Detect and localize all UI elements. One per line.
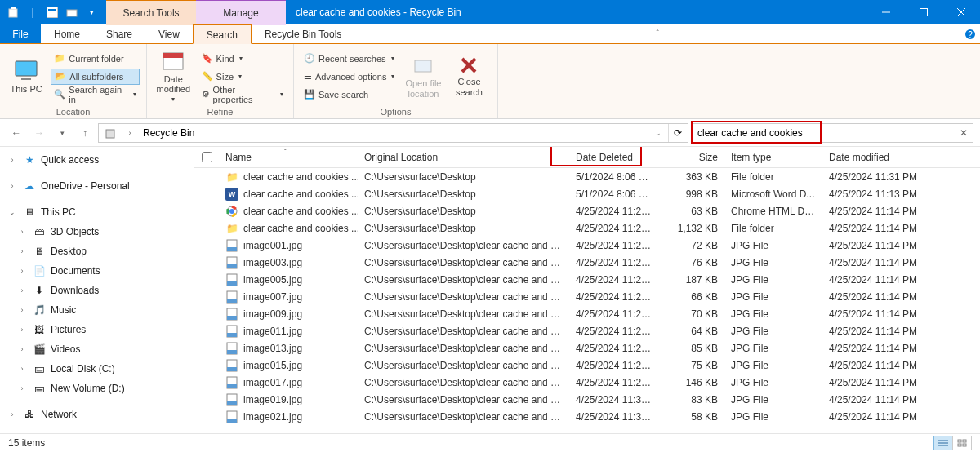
back-button[interactable]: ← <box>7 123 26 143</box>
clear-search-icon[interactable]: ✕ <box>955 127 973 139</box>
kind-button[interactable]: 🔖Kind▾ <box>198 51 287 67</box>
minimize-button[interactable] <box>867 0 905 24</box>
file-name: image007.jpg <box>243 291 302 303</box>
breadcrumb-chevron-icon[interactable]: › <box>123 129 136 137</box>
file-tab[interactable]: File <box>0 24 41 43</box>
contextual-tab-search-tools[interactable]: Search Tools <box>106 0 196 25</box>
date-modified-button[interactable]: Date modified ▾ <box>154 47 194 105</box>
refresh-button[interactable]: ⟳ <box>668 124 686 142</box>
tab-view[interactable]: View <box>145 24 193 43</box>
select-all-checkbox[interactable] <box>202 152 212 162</box>
properties-icon[interactable] <box>43 3 61 21</box>
group-label-location: Location <box>7 105 140 117</box>
breadcrumb-recycle-bin[interactable]: Recycle Bin <box>140 127 198 139</box>
this-pc-button[interactable]: This PC <box>7 47 46 105</box>
cell-original-location: C:\Users\surface\Desktop\clear cache and… <box>358 411 569 423</box>
svg-point-20 <box>229 209 234 214</box>
recycle-bin-breadcrumb-icon[interactable] <box>100 126 120 140</box>
open-file-location-button[interactable]: Open file location <box>403 47 443 105</box>
column-date-modified[interactable]: Date modified <box>822 152 937 163</box>
up-button[interactable]: ↑ <box>75 123 95 143</box>
folder-icon: ⬇ <box>33 285 46 296</box>
table-row[interactable]: image005.jpg C:\Users\surface\Desktop\cl… <box>194 271 980 288</box>
close-button[interactable] <box>942 0 980 24</box>
tab-recycle-bin-tools[interactable]: Recycle Bin Tools <box>252 24 355 43</box>
nav-onedrive[interactable]: ›☁OneDrive - Personal <box>0 176 194 196</box>
current-folder-button[interactable]: 📁Current folder <box>51 51 140 67</box>
save-search-button[interactable]: 💾Save search <box>301 86 398 103</box>
kind-icon: 🔖 <box>202 53 213 64</box>
table-row[interactable]: image007.jpg C:\Users\surface\Desktop\cl… <box>194 288 980 305</box>
column-size[interactable]: Size <box>659 152 724 163</box>
column-headers: ˆ Name Original Location Date Deleted Si… <box>194 147 980 168</box>
column-date-deleted[interactable]: Date Deleted <box>569 152 659 163</box>
nav-item-new-volume-d-[interactable]: ›🖴New Volume (D:) <box>0 379 194 398</box>
view-details-button[interactable] <box>933 436 953 450</box>
address-dropdown-icon[interactable]: ⌄ <box>652 129 665 137</box>
table-row[interactable]: image001.jpg C:\Users\surface\Desktop\cl… <box>194 237 980 254</box>
nav-item-music[interactable]: ›🎵Music <box>0 300 194 320</box>
table-row[interactable]: image015.jpg C:\Users\surface\Desktop\cl… <box>194 357 980 374</box>
maximize-button[interactable] <box>905 0 942 24</box>
nav-item-local-disk-c-[interactable]: ›🖴Local Disk (C:) <box>0 359 194 379</box>
contextual-tab-manage[interactable]: Manage <box>196 0 286 25</box>
nav-item-videos[interactable]: ›🎬Videos <box>0 339 194 359</box>
new-folder-icon[interactable] <box>63 3 81 21</box>
table-row[interactable]: image003.jpg C:\Users\surface\Desktop\cl… <box>194 254 980 271</box>
nav-item-desktop[interactable]: ›🖥Desktop <box>0 242 194 261</box>
nav-item-downloads[interactable]: ›⬇Downloads <box>0 281 194 300</box>
nav-item-3d-objects[interactable]: ›🗃3D Objects <box>0 222 194 242</box>
tab-search[interactable]: Search <box>193 24 252 44</box>
search-box[interactable]: ✕ <box>692 123 973 143</box>
view-large-icons-button[interactable] <box>952 436 972 450</box>
cell-date-deleted: 4/25/2024 11:29 ... <box>569 257 659 268</box>
table-row[interactable]: image009.jpg C:\Users\surface\Desktop\cl… <box>194 305 980 322</box>
table-row[interactable]: clear cache and cookies ... C:\Users\sur… <box>194 202 980 219</box>
forward-button[interactable]: → <box>29 123 49 143</box>
cell-date-modified: 4/25/2024 11:14 PM <box>822 274 937 286</box>
column-name[interactable]: Name <box>219 152 358 163</box>
search-again-in-button[interactable]: 🔍Search again in▾ <box>51 86 140 103</box>
table-row[interactable]: image013.jpg C:\Users\surface\Desktop\cl… <box>194 339 980 357</box>
help-icon[interactable]: ? <box>960 24 980 43</box>
close-search-button[interactable]: Close search <box>448 47 489 105</box>
nav-quick-access[interactable]: ›★Quick access <box>0 150 194 170</box>
cell-item-type: JPG File <box>724 291 822 303</box>
nav-network[interactable]: ›🖧Network <box>0 405 194 424</box>
ribbon-collapse-icon[interactable]: ˆ <box>648 24 667 43</box>
cell-date-deleted: 4/25/2024 11:29 ... <box>569 274 659 286</box>
nav-item-pictures[interactable]: ›🖼Pictures <box>0 320 194 339</box>
address-bar[interactable]: › Recycle Bin ⌄ ⟳ <box>98 123 688 143</box>
table-row[interactable]: image021.jpg C:\Users\surface\Desktop\cl… <box>194 408 980 425</box>
cell-item-type: JPG File <box>724 343 822 354</box>
recent-searches-button[interactable]: 🕘Recent searches▾ <box>301 51 398 67</box>
all-subfolders-button[interactable]: 📂All subfolders <box>51 69 140 85</box>
cell-date-deleted: 4/25/2024 11:29 ... <box>569 240 659 251</box>
search-input[interactable] <box>693 127 955 139</box>
file-name: image019.jpg <box>243 394 302 405</box>
column-original-location[interactable]: Original Location <box>358 152 569 163</box>
table-row[interactable]: image011.jpg C:\Users\surface\Desktop\cl… <box>194 322 980 339</box>
nav-this-pc[interactable]: ⌄🖥This PC <box>0 202 194 222</box>
table-row[interactable]: 📁clear cache and cookies ... C:\Users\su… <box>194 168 980 185</box>
column-item-type[interactable]: Item type <box>724 152 822 163</box>
size-button[interactable]: 📏Size▾ <box>198 69 287 85</box>
recycle-bin-icon[interactable] <box>4 3 22 21</box>
table-row[interactable]: image017.jpg C:\Users\surface\Desktop\cl… <box>194 374 980 391</box>
monitor-icon <box>13 60 39 82</box>
table-row[interactable]: 📁clear cache and cookies ... C:\Users\su… <box>194 219 980 237</box>
cell-size: 58 KB <box>659 411 724 423</box>
other-properties-button[interactable]: ⚙Other properties▾ <box>198 86 287 103</box>
window-title: clear cache and cookies - Recycle Bin <box>286 0 867 24</box>
advanced-options-button[interactable]: ☰Advanced options▾ <box>301 69 398 85</box>
tab-home[interactable]: Home <box>41 24 93 43</box>
svg-rect-15 <box>415 60 431 72</box>
table-row[interactable]: Wclear cache and cookies ... C:\Users\su… <box>194 185 980 202</box>
qat-dropdown-icon[interactable]: ▾ <box>82 3 100 21</box>
tab-share[interactable]: Share <box>93 24 145 43</box>
file-name: image011.jpg <box>243 326 302 337</box>
recent-locations-button[interactable]: ▾ <box>52 123 72 143</box>
cell-date-modified: 4/25/2024 11:14 PM <box>822 360 937 371</box>
table-row[interactable]: image019.jpg C:\Users\surface\Desktop\cl… <box>194 391 980 408</box>
nav-item-documents[interactable]: ›📄Documents <box>0 261 194 281</box>
